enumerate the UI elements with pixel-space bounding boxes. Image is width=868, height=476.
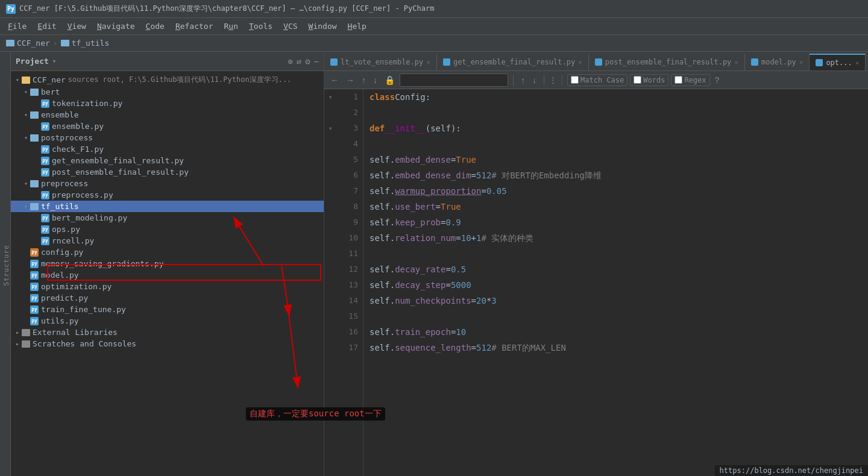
match-case-option[interactable]: Match Case bbox=[567, 74, 627, 86]
tab-mdl-close[interactable]: × bbox=[799, 58, 804, 66]
tree-bert-modeling[interactable]: py bert_modeling.py bbox=[11, 212, 324, 224]
search-down-btn[interactable]: ↓ bbox=[371, 74, 380, 86]
tree-predict[interactable]: py predict.py bbox=[11, 292, 324, 304]
tree-ensemble-folder[interactable]: ▾ ensemble bbox=[11, 109, 324, 121]
tree-optimization[interactable]: py optimization.py bbox=[11, 281, 324, 292]
menu-code[interactable]: Code bbox=[141, 20, 169, 33]
tree-external-libs[interactable]: ▸ External Libraries bbox=[11, 327, 324, 338]
menu-vcs[interactable]: VCS bbox=[278, 20, 302, 33]
tab-opt-close[interactable]: × bbox=[855, 59, 860, 67]
regex-option[interactable]: Regex bbox=[671, 74, 709, 86]
search-lock-btn[interactable]: 🔒 bbox=[382, 74, 397, 86]
tab-post-ensemble[interactable]: post_ensemble_final_result.py × bbox=[589, 54, 745, 70]
sync-icon[interactable]: ⇄ bbox=[297, 57, 301, 66]
globe-icon[interactable]: ⊕ bbox=[288, 57, 292, 66]
breadcrumb-tf-utils[interactable]: tf_utils bbox=[61, 39, 110, 48]
regex-checkbox[interactable] bbox=[675, 76, 682, 84]
settings-icon[interactable]: ⚙ bbox=[305, 57, 310, 66]
tab-opt[interactable]: opt... × bbox=[810, 54, 866, 70]
post-label: postprocess bbox=[41, 133, 93, 142]
cf1-py-icon: py bbox=[41, 145, 49, 154]
tab-pe-icon bbox=[595, 58, 602, 66]
menu-view[interactable]: View bbox=[63, 20, 91, 33]
search-fwd-btn[interactable]: → bbox=[344, 74, 357, 86]
tree-tokenization[interactable]: py tokenization.py bbox=[11, 98, 324, 109]
tree-postprocess-folder[interactable]: ▾ postprocess bbox=[11, 132, 324, 143]
search-down2-btn[interactable]: ↓ bbox=[530, 74, 539, 86]
tree-get-ensemble[interactable]: py get_ensemble_final_result.py bbox=[11, 155, 324, 166]
menu-run[interactable]: Run bbox=[219, 20, 243, 33]
ln-9: 9 bbox=[336, 215, 358, 230]
prep-folder-icon bbox=[30, 180, 39, 187]
mg-label: memory_saving_gradients.py bbox=[41, 259, 164, 268]
menu-edit[interactable]: Edit bbox=[33, 20, 61, 33]
code-line-8: self.use_bert = True bbox=[370, 199, 862, 215]
search-sep2 bbox=[544, 75, 544, 86]
match-case-checkbox[interactable] bbox=[571, 76, 579, 84]
ens-py-label: ensemble.py bbox=[52, 122, 104, 131]
fold-3[interactable]: ▾ bbox=[324, 121, 336, 136]
tab-lt-close[interactable]: × bbox=[426, 58, 430, 66]
tree-ensemble-py[interactable]: py ensemble.py bbox=[11, 121, 324, 132]
tab-lt-label: lt_vote_ensemble.py bbox=[341, 58, 423, 66]
ens-py-icon: py bbox=[41, 122, 49, 131]
tree-check-f1[interactable]: py check_F1.py bbox=[11, 143, 324, 155]
words-checkbox[interactable] bbox=[634, 76, 641, 84]
code-line-11 bbox=[370, 246, 862, 261]
post-folder-icon bbox=[30, 134, 39, 142]
menu-refactor[interactable]: Refactor bbox=[171, 20, 218, 33]
tree-mem-grad[interactable]: py memory_saving_gradients.py bbox=[11, 258, 324, 269]
code-line-12: self.decay_rate = 0.5 bbox=[370, 261, 862, 277]
search-help-btn[interactable]: ? bbox=[712, 74, 722, 86]
tab-lt-vote[interactable]: lt_vote_ensemble.py × bbox=[324, 54, 437, 70]
code-line-10: self.relation_num = 10 + 1 # 实体的种类 bbox=[370, 230, 862, 246]
project-dropdown-arrow[interactable]: ▾ bbox=[52, 57, 57, 65]
tree-train[interactable]: py train_fine_tune.py bbox=[11, 304, 324, 315]
minimize-icon[interactable]: − bbox=[314, 57, 319, 66]
menu-navigate[interactable]: Navigate bbox=[92, 20, 140, 33]
code-line-13: self.decay_step = 5000 bbox=[370, 277, 862, 293]
code-content[interactable]: class Config: def __init__(self): self.e… bbox=[363, 89, 868, 476]
tree-root[interactable]: ▾ CCF_ner sources root, F:\5.Github项目代码\… bbox=[11, 74, 324, 86]
tree-model[interactable]: py model.py bbox=[11, 269, 324, 281]
opt-label: optimization.py bbox=[41, 282, 112, 291]
fold-1[interactable]: ▾ bbox=[324, 89, 336, 105]
tree-rncell[interactable]: py rncell.py bbox=[11, 235, 324, 246]
cfg-py-icon: py bbox=[30, 248, 39, 257]
tree-tf-utils-folder[interactable]: ▾ tf_utils bbox=[11, 201, 324, 212]
menu-file[interactable]: File bbox=[3, 20, 31, 33]
code-line-15 bbox=[370, 308, 862, 324]
tree-preprocess-py[interactable]: py preprocess.py bbox=[11, 189, 324, 201]
fold-17 bbox=[324, 340, 336, 355]
words-option[interactable]: Words bbox=[630, 74, 668, 86]
search-up2-btn[interactable]: ↑ bbox=[518, 74, 527, 86]
tree-scratches[interactable]: ▸ Scratches and Consoles bbox=[11, 338, 324, 349]
tree-bert-folder[interactable]: ▾ bert bbox=[11, 86, 324, 98]
search-input[interactable] bbox=[400, 74, 508, 87]
tree-preprocess-folder[interactable]: ▾ preprocess bbox=[11, 178, 324, 189]
fold-15 bbox=[324, 308, 336, 324]
menu-help[interactable]: Help bbox=[343, 20, 371, 33]
tab-pe-close[interactable]: × bbox=[734, 58, 738, 66]
search-up-btn[interactable]: ↑ bbox=[359, 74, 368, 86]
menu-window[interactable]: Window bbox=[304, 20, 342, 33]
fold-13 bbox=[324, 277, 336, 293]
tree-post-ensemble[interactable]: py post_ensemble_final_result.py bbox=[11, 166, 324, 178]
bert-label: bert bbox=[41, 87, 60, 96]
menu-tools[interactable]: Tools bbox=[244, 20, 277, 33]
ln-15: 15 bbox=[336, 308, 358, 324]
code-line-16: self.train_epoch = 10 bbox=[370, 324, 862, 340]
scr-icon bbox=[22, 340, 30, 348]
folder-icon bbox=[6, 40, 14, 46]
ln-5: 5 bbox=[336, 152, 358, 168]
tfu-arrow: ▾ bbox=[22, 203, 30, 210]
tab-model[interactable]: model.py × bbox=[745, 54, 810, 70]
breadcrumb-ccf-ner[interactable]: CCF_ner bbox=[6, 39, 50, 48]
tree-utils[interactable]: py utils.py bbox=[11, 315, 324, 327]
search-back-btn[interactable]: ← bbox=[328, 74, 341, 86]
tab-ge-close[interactable]: × bbox=[578, 58, 582, 66]
tree-ops[interactable]: py ops.py bbox=[11, 224, 324, 235]
cfg-label: config.py bbox=[41, 248, 83, 257]
tab-get-ensemble[interactable]: get_ensemble_final_result.py × bbox=[437, 54, 589, 70]
tree-config[interactable]: py config.py bbox=[11, 246, 324, 258]
